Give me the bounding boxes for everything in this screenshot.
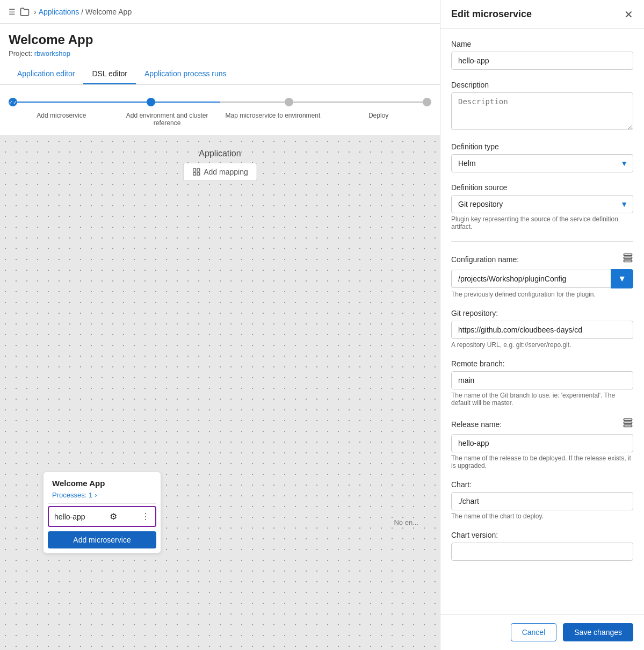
microservice-name: hello-app <box>54 512 85 521</box>
step-1-label: Add microservice <box>9 112 114 127</box>
project-label: Project: rbworkshop <box>9 49 431 57</box>
config-name-row: ▼ <box>451 269 633 288</box>
folder-icon[interactable] <box>20 7 30 17</box>
save-button[interactable]: Save changes <box>563 623 633 641</box>
dot-grid <box>0 136 440 650</box>
breadcrumb-current: Welcome App <box>85 8 132 16</box>
git-repo-group: Git repository: A repository URL, e.g. g… <box>451 309 633 349</box>
add-microservice-button[interactable]: Add microservice <box>48 531 156 548</box>
svg-rect-8 <box>624 422 632 423</box>
breadcrumb: › Applications / Welcome App <box>34 8 132 16</box>
step-2-dot <box>147 98 155 106</box>
name-label: Name <box>451 40 633 48</box>
step-4-label: Deploy <box>325 112 431 127</box>
chart-group: Chart: The name of the chart to deploy. <box>451 480 633 520</box>
svg-rect-7 <box>624 419 632 421</box>
right-panel: Edit microservice ✕ Name Description Def… <box>440 0 644 650</box>
progress-section: ✓ Add microservice Add environment and c… <box>0 85 440 136</box>
remote-branch-input[interactable] <box>451 371 633 389</box>
breadcrumb-applications[interactable]: Applications <box>39 8 79 16</box>
panel-body: Name Description Definition type Helm ▼ … <box>440 29 644 614</box>
config-name-group: Configuration name: ▼ The previously def… <box>451 252 633 298</box>
release-name-icon[interactable] <box>623 417 633 431</box>
svg-rect-0 <box>193 169 196 171</box>
chevron-right-icon: › <box>34 8 37 16</box>
description-label: Description <box>451 81 633 89</box>
step-1-dot: ✓ <box>9 98 17 106</box>
cancel-button[interactable]: Cancel <box>511 623 557 641</box>
tab-dsl-editor[interactable]: DSL editor <box>83 64 136 84</box>
step-2-label: Add environment and cluster reference <box>114 112 220 127</box>
panel-header: Edit microservice ✕ <box>440 0 644 29</box>
microservice-item: hello-app ⚙ ⋮ <box>48 506 156 527</box>
chart-hint: The name of the chart to deploy. <box>451 512 633 520</box>
close-button[interactable]: ✕ <box>624 9 633 20</box>
config-name-icon[interactable] <box>623 252 633 266</box>
git-repo-hint: A repository URL, e.g. git://server/repo… <box>451 341 633 349</box>
release-name-label: Release name: <box>451 420 502 429</box>
remote-branch-group: Remote branch: The name of the Git branc… <box>451 359 633 407</box>
divider-1 <box>451 241 633 242</box>
add-mapping-label: Add mapping <box>204 168 248 176</box>
name-group: Name <box>451 40 633 70</box>
chart-version-label: Chart version: <box>451 531 633 539</box>
top-bar: ☰ › Applications / Welcome App <box>0 0 440 24</box>
svg-rect-4 <box>624 254 632 256</box>
app-card-processes[interactable]: Processes: 1 › <box>44 490 161 503</box>
definition-source-group: Definition source Git repository ▼ Plugi… <box>451 183 633 230</box>
app-label: Application <box>199 149 241 158</box>
tabs: Application editor DSL editor Applicatio… <box>9 64 431 84</box>
release-name-label-row: Release name: <box>451 417 633 431</box>
definition-type-group: Definition type Helm ▼ <box>451 142 633 172</box>
app-card: Welcome App Processes: 1 › hello-app ⚙ ⋮… <box>43 472 161 553</box>
config-name-label: Configuration name: <box>451 255 519 264</box>
chart-input[interactable] <box>451 492 633 510</box>
definition-source-select-wrapper: Git repository ▼ <box>451 195 633 213</box>
description-textarea[interactable] <box>451 92 633 130</box>
svg-rect-2 <box>197 172 200 175</box>
config-name-label-row: Configuration name: <box>451 252 633 266</box>
chart-version-group: Chart version: <box>451 531 633 561</box>
remote-branch-label: Remote branch: <box>451 359 633 368</box>
remote-branch-hint: The name of the Git branch to use. ie: '… <box>451 392 633 407</box>
definition-type-select[interactable]: Helm <box>451 154 633 172</box>
svg-rect-1 <box>197 169 200 171</box>
definition-source-label: Definition source <box>451 183 633 192</box>
svg-rect-6 <box>624 260 632 262</box>
git-repo-label: Git repository: <box>451 309 633 317</box>
no-env-label: No en... <box>394 518 418 526</box>
microservice-settings-icon[interactable]: ⚙ <box>110 511 117 522</box>
menu-icon[interactable]: ☰ <box>9 8 16 16</box>
step-3-dot <box>285 98 293 106</box>
panel-title: Edit microservice <box>451 9 532 20</box>
tab-application-process-runs[interactable]: Application process runs <box>136 64 235 84</box>
chart-version-input[interactable] <box>451 543 633 561</box>
app-card-title: Welcome App <box>44 472 161 490</box>
definition-source-select[interactable]: Git repository <box>451 195 633 213</box>
release-name-input[interactable] <box>451 434 633 452</box>
git-repo-input[interactable] <box>451 321 633 339</box>
name-input[interactable] <box>451 52 633 70</box>
svg-rect-5 <box>624 257 632 258</box>
chart-label: Chart: <box>451 480 633 489</box>
left-panel: ☰ › Applications / Welcome App Welcome A… <box>0 0 440 650</box>
definition-type-label: Definition type <box>451 142 633 151</box>
definition-type-select-wrapper: Helm ▼ <box>451 154 633 172</box>
config-name-hint: The previously defined configuration for… <box>451 291 633 298</box>
config-name-dropdown-button[interactable]: ▼ <box>611 269 633 288</box>
microservice-menu-icon[interactable]: ⋮ <box>141 511 150 522</box>
release-name-hint: The name of the release to be deployed. … <box>451 454 633 470</box>
page-title: Welcome App <box>9 32 431 47</box>
canvas-area: Application Add mapping Welcome App Proc… <box>0 136 440 650</box>
definition-source-hint: Plugin key representing the source of th… <box>451 215 633 230</box>
project-link[interactable]: rbworkshop <box>34 49 70 57</box>
step-3-label: Map microservice to environment <box>220 112 326 127</box>
breadcrumb-separator: / <box>81 8 83 16</box>
description-group: Description <box>451 81 633 132</box>
add-mapping-button[interactable]: Add mapping <box>183 163 257 181</box>
config-name-input[interactable] <box>451 270 611 288</box>
step-labels: Add microservice Add environment and clu… <box>9 112 431 127</box>
svg-rect-9 <box>624 425 632 427</box>
release-name-group: Release name: The name of the release to… <box>451 417 633 470</box>
tab-application-editor[interactable]: Application editor <box>9 64 83 84</box>
